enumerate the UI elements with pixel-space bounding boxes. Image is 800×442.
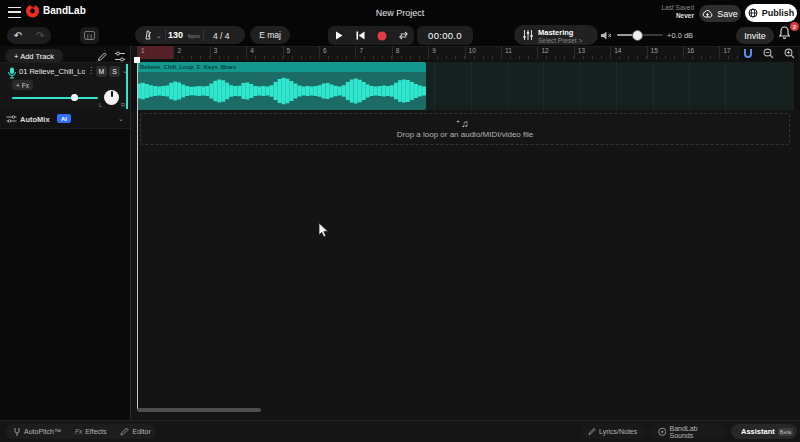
brand-name[interactable]: BandLab bbox=[43, 5, 86, 16]
playhead-handle[interactable] bbox=[134, 57, 140, 63]
ai-badge: AI bbox=[57, 114, 71, 123]
last-saved-value: Never bbox=[676, 12, 694, 19]
effects-button[interactable]: Fx Effects bbox=[68, 424, 114, 439]
ruler-measure-label: 13 bbox=[578, 47, 585, 54]
speaker-icon[interactable] bbox=[600, 30, 613, 41]
ruler-measure-cell[interactable]: 16 bbox=[683, 46, 719, 59]
track-header[interactable]: 01 Relieve_Chill_Loop... ⋮ M S ⌄ + Fx L … bbox=[0, 63, 130, 110]
ruler-measure-label: 14 bbox=[614, 47, 621, 54]
time-display[interactable]: 00:00.0 bbox=[417, 26, 473, 45]
bpm-unit: bpm bbox=[188, 33, 200, 39]
globe-icon bbox=[748, 8, 758, 18]
bpm-value[interactable]: 130 bbox=[168, 30, 183, 40]
project-key-button[interactable]: E maj bbox=[250, 26, 290, 44]
automix-row[interactable]: AutoMix AI ⌄ bbox=[0, 110, 130, 128]
ruler-measure-label: 7 bbox=[359, 47, 363, 54]
redo-button[interactable]: ↷ bbox=[29, 30, 51, 41]
time-signature[interactable]: 4 / 4 bbox=[213, 31, 230, 41]
track-name[interactable]: 01 Relieve_Chill_Loop... bbox=[19, 67, 85, 76]
zoom-out-icon[interactable] bbox=[763, 48, 774, 59]
ruler-measure-cell[interactable]: 6 bbox=[319, 46, 355, 59]
ruler-measure-cell[interactable]: 3 bbox=[210, 46, 246, 59]
lyrics-notes-button[interactable]: Lyrics/Notes bbox=[581, 424, 647, 439]
editor-label: Editor bbox=[132, 428, 150, 435]
timeline-ruler[interactable]: 1234567891011121314151617 bbox=[137, 46, 794, 60]
cloud-upload-icon bbox=[702, 9, 713, 18]
add-fx-button[interactable]: + Fx bbox=[12, 80, 33, 90]
drop-zone[interactable]: +♫ Drop a loop or an audio/MIDI/video fi… bbox=[140, 113, 790, 145]
record-button[interactable] bbox=[373, 26, 391, 45]
menu-icon[interactable] bbox=[8, 7, 21, 18]
audio-clip-header[interactable]: Relieve_Chill_Loop_E_Keys_8bars bbox=[137, 62, 426, 72]
lane-gridline bbox=[653, 62, 654, 110]
ruler-measure-cell[interactable]: 13 bbox=[574, 46, 610, 59]
effects-label: Effects bbox=[85, 428, 106, 435]
solo-button[interactable]: S bbox=[109, 66, 120, 77]
chevron-down-icon[interactable]: ⌄ bbox=[156, 32, 162, 40]
ruler-measure-label: 6 bbox=[323, 47, 327, 54]
snap-zoom-controls bbox=[740, 47, 798, 60]
skip-start-icon bbox=[356, 31, 365, 40]
ruler-measure-label: 16 bbox=[687, 47, 694, 54]
ruler-measure-cell[interactable]: 8 bbox=[392, 46, 428, 59]
ruler-measure-cell[interactable]: 15 bbox=[647, 46, 683, 59]
snap-magnet-icon[interactable] bbox=[743, 48, 753, 59]
bandlab-studio-window: BandLab New Project Last Saved Never Sav… bbox=[0, 0, 800, 442]
notifications-button[interactable]: 2 bbox=[778, 26, 796, 44]
track-menu-icon[interactable]: ⋮ bbox=[87, 66, 95, 75]
autopitch-icon bbox=[13, 427, 21, 437]
ruler-measure-label: 17 bbox=[723, 47, 730, 54]
top-bar: BandLab New Project Last Saved Never Sav… bbox=[0, 0, 800, 47]
pan-knob[interactable] bbox=[104, 90, 119, 105]
invite-button[interactable]: Invite bbox=[736, 27, 774, 44]
master-volume-knob[interactable] bbox=[632, 30, 643, 41]
ruler-measure-label: 9 bbox=[432, 47, 436, 54]
loop-button[interactable] bbox=[394, 26, 412, 45]
undo-button[interactable]: ↶ bbox=[7, 30, 29, 41]
track-volume-slider[interactable] bbox=[12, 97, 98, 99]
automation-pen-icon[interactable] bbox=[97, 51, 108, 62]
piano-keyboard-button[interactable] bbox=[80, 27, 99, 44]
audio-clip-waveform bbox=[137, 72, 426, 110]
publish-label: Publish bbox=[762, 8, 795, 18]
play-button[interactable] bbox=[330, 26, 348, 45]
microphone-icon bbox=[7, 67, 17, 79]
pencil-icon bbox=[120, 427, 129, 436]
ruler-measure-cell[interactable]: 2 bbox=[173, 46, 209, 59]
zoom-in-icon[interactable] bbox=[784, 48, 795, 59]
assistant-label: Assistant bbox=[741, 427, 775, 436]
automix-chevron-icon[interactable]: ⌄ bbox=[118, 115, 124, 123]
audio-clip[interactable]: Relieve_Chill_Loop_E_Keys_8bars bbox=[137, 62, 426, 110]
fx-icon: Fx bbox=[75, 428, 82, 435]
mastering-preset-label: Select Preset > bbox=[538, 37, 582, 44]
assistant-button[interactable]: Assistant Beta bbox=[731, 424, 797, 439]
ruler-measure-cell[interactable]: 9 bbox=[428, 46, 464, 59]
track-lane[interactable]: Relieve_Chill_Loop_E_Keys_8bars bbox=[131, 60, 800, 110]
ruler-measure-cell[interactable]: 4 bbox=[246, 46, 282, 59]
project-title[interactable]: New Project bbox=[340, 8, 460, 18]
editor-button[interactable]: Editor bbox=[113, 424, 157, 439]
autopitch-button[interactable]: AutoPitch™ bbox=[6, 424, 68, 439]
track-volume-knob[interactable] bbox=[71, 94, 78, 101]
add-track-button[interactable]: + Add Track bbox=[5, 49, 63, 63]
ruler-measure-cell[interactable]: 14 bbox=[610, 46, 646, 59]
ruler-measure-cell[interactable]: 10 bbox=[465, 46, 501, 59]
ruler-measure-cell[interactable]: 1 bbox=[137, 46, 173, 59]
save-button[interactable]: Save bbox=[699, 5, 741, 22]
divider bbox=[203, 29, 204, 41]
publish-button[interactable]: Publish bbox=[745, 4, 797, 22]
skip-to-start-button[interactable] bbox=[351, 26, 369, 45]
ruler-measure-cell[interactable]: 5 bbox=[283, 46, 319, 59]
ruler-measure-cell[interactable]: 12 bbox=[537, 46, 573, 59]
ruler-measure-cell[interactable]: 7 bbox=[355, 46, 391, 59]
ruler-measure-cell[interactable]: 11 bbox=[501, 46, 537, 59]
mute-button[interactable]: M bbox=[96, 66, 107, 77]
lane-gridline bbox=[543, 62, 544, 110]
bandlab-logo-icon[interactable] bbox=[25, 3, 40, 18]
mastering-button[interactable]: Mastering Select Preset > bbox=[514, 25, 598, 45]
track-settings-icon[interactable] bbox=[114, 51, 126, 62]
bandlab-sounds-button[interactable]: BandLab Sounds bbox=[651, 424, 727, 439]
horizontal-scrollbar[interactable] bbox=[137, 408, 261, 412]
metronome-icon[interactable] bbox=[143, 30, 153, 40]
ruler-measure-label: 5 bbox=[287, 47, 291, 54]
